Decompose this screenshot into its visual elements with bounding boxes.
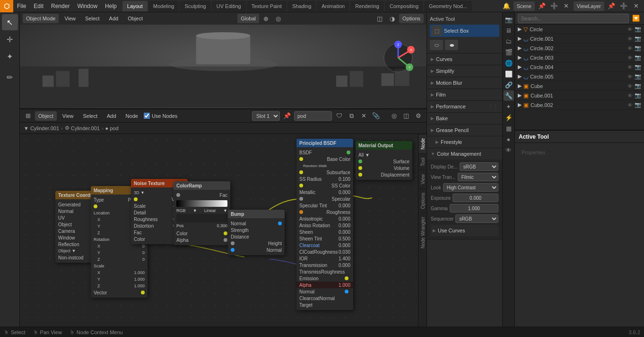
viewport-select-menu[interactable]: Select xyxy=(81,14,104,23)
outliner-eye-circle004[interactable]: 👁 xyxy=(627,64,633,70)
props-icon-material[interactable]: ● xyxy=(504,134,514,144)
pin2-icon[interactable]: 📎 xyxy=(371,111,381,121)
outliner-render-circle004[interactable]: 📷 xyxy=(635,64,641,70)
tab-geometry-nodes[interactable]: Geometry Nod... xyxy=(424,1,472,11)
props-icon-object[interactable]: ⬜ xyxy=(504,69,514,79)
view-layer-del-icon[interactable]: ✕ xyxy=(631,1,641,11)
pin-icon[interactable]: 📌 xyxy=(282,111,292,121)
close-material-icon[interactable]: ✕ xyxy=(358,111,369,121)
shield-icon[interactable]: 🛡 xyxy=(334,111,344,121)
node-overlays-icon[interactable]: ◫ xyxy=(401,111,411,121)
viewport-view-menu[interactable]: View xyxy=(61,14,79,23)
outliner-eye-circle001[interactable]: 👁 xyxy=(627,36,633,42)
menu-window[interactable]: Window xyxy=(73,0,101,12)
node-editor-canvas[interactable]: Texture Coordinate Generated Normal UV O… xyxy=(20,134,418,327)
transform-selector[interactable]: Global xyxy=(237,14,259,23)
props-icon-render[interactable]: 📷 xyxy=(504,14,514,25)
viewport-gizmo[interactable]: Z X Y xyxy=(379,39,417,77)
material-name-input[interactable] xyxy=(294,111,332,121)
copy-icon[interactable]: ⧉ xyxy=(346,111,357,121)
outliner-render-circle005[interactable]: 📷 xyxy=(635,73,641,80)
select-tool[interactable]: ↖ xyxy=(2,14,18,30)
scene-selector[interactable]: Scene xyxy=(513,1,535,11)
viewport-object-menu[interactable]: Object xyxy=(124,14,147,23)
node-type-selector[interactable]: Object xyxy=(35,111,57,121)
section-curves-header[interactable]: ▶ Curves xyxy=(427,53,502,65)
tab-sculpting[interactable]: Sculpting xyxy=(180,1,210,11)
section-grease-pencil-header[interactable]: ▶ Grease Pencil xyxy=(427,124,502,136)
tab-layout[interactable]: Layout xyxy=(122,1,148,11)
overlays-icon[interactable]: ◫ xyxy=(374,13,385,24)
view-layer-options-icon[interactable]: 📌 xyxy=(606,1,617,11)
breadcrumb-item-3[interactable]: ● pod xyxy=(105,125,119,131)
props-icon-particles[interactable]: ✦ xyxy=(504,101,514,112)
outliner-render-cube[interactable]: 📷 xyxy=(635,83,641,89)
node-view-menu[interactable]: View xyxy=(59,111,78,121)
tab-rendering[interactable]: Rendering xyxy=(350,1,384,11)
viewport-add-menu[interactable]: Add xyxy=(105,14,122,23)
section-film-header[interactable]: ▶ Film xyxy=(427,89,502,100)
cm-gamma-input[interactable] xyxy=(450,204,498,213)
outliner-eye-cube[interactable]: 👁 xyxy=(627,83,633,89)
outliner-eye-circle003[interactable]: 👁 xyxy=(627,55,633,61)
props-icon-output[interactable]: 🖥 xyxy=(504,25,514,35)
props-icon-modifier[interactable]: 🔧 xyxy=(504,90,514,101)
outliner-eye-circle005[interactable]: 👁 xyxy=(627,74,633,80)
cm-view-transform-select[interactable]: Filmic xyxy=(458,173,498,181)
vtab-options[interactable]: Options xyxy=(418,188,426,213)
menu-edit[interactable]: Edit xyxy=(30,0,47,12)
menu-help[interactable]: Help xyxy=(101,0,121,12)
tab-animation[interactable]: Animation xyxy=(317,1,349,11)
props-icon-visibility[interactable]: 👁 xyxy=(504,145,514,155)
viewport-mode-selector[interactable]: Object Mode xyxy=(23,14,59,23)
node-material-output[interactable]: Material Output All ▼ Surface Volume Dis… xyxy=(356,141,412,180)
outliner-render-circle002[interactable]: 📷 xyxy=(635,45,641,51)
props-icon-physics[interactable]: ⚡ xyxy=(504,112,514,123)
shading-icon[interactable]: ◑ xyxy=(387,13,397,24)
scene-options-icon[interactable]: 📌 xyxy=(537,1,547,11)
menu-file[interactable]: File xyxy=(13,0,30,12)
cm-look-select[interactable]: High Contrast xyxy=(443,183,498,192)
view-layer-add-icon[interactable]: ➕ xyxy=(618,1,629,11)
outliner-render-circle003[interactable]: 📷 xyxy=(635,54,641,61)
tab-compositing[interactable]: Compositing xyxy=(385,1,423,11)
section-simplify-header[interactable]: ▶ Simplify xyxy=(427,65,502,77)
vtab-tool[interactable]: Tool xyxy=(418,153,426,170)
outliner-render-cube001[interactable]: 📷 xyxy=(635,92,641,98)
editor-type-icon[interactable]: ⊞ xyxy=(23,111,33,121)
outliner-render-circle001[interactable]: 📷 xyxy=(635,35,641,42)
props-icon-world[interactable]: 🌐 xyxy=(504,58,514,68)
use-nodes-input[interactable] xyxy=(144,113,150,119)
node-options-icon[interactable]: ⚙ xyxy=(413,111,424,121)
node-select-menu[interactable]: Select xyxy=(79,111,101,121)
section-performance-header[interactable]: ▶ Performance ⋮⋮ xyxy=(427,101,502,112)
select-lasso-btn[interactable]: ⬬ xyxy=(445,40,458,50)
menu-render[interactable]: Render xyxy=(47,0,73,12)
node-bump[interactable]: Bump Normal Strength Distance Height Nor… xyxy=(228,210,285,255)
outliner-item-circle002[interactable]: ▶ ◡ Circle.002 👁 📷 xyxy=(515,44,644,53)
proportional-icon[interactable]: ◎ xyxy=(273,13,284,24)
section-bake-header[interactable]: ▶ Bake xyxy=(427,113,502,124)
select-box-tool-row[interactable]: ⬚ Select Box xyxy=(430,25,499,37)
node-node-menu[interactable]: Node xyxy=(122,111,142,121)
info-icon[interactable]: 🔔 xyxy=(501,1,512,11)
outliner-render-cube002[interactable]: 📷 xyxy=(635,102,641,108)
use-nodes-checkbox[interactable]: Use Nodes xyxy=(144,113,177,119)
view-layer-selector[interactable]: ViewLayer xyxy=(574,1,604,11)
props-icon-data[interactable]: ▦ xyxy=(504,123,514,133)
cm-display-device-select[interactable]: sRGB xyxy=(460,162,498,171)
outliner-filter-icon[interactable]: 🔽 xyxy=(631,13,641,24)
cm-sequencer-select[interactable]: sRGB xyxy=(455,214,498,223)
cursor-tool[interactable]: ✛ xyxy=(2,31,18,47)
breadcrumb-item-1[interactable]: ▼ Cylinder.001 xyxy=(24,125,59,131)
vtab-node[interactable]: Node xyxy=(418,134,426,153)
breadcrumb-item-2[interactable]: ⚙ Cylinder.001 xyxy=(65,125,100,131)
outliner-item-cube001[interactable]: ▶ ▣ Cube.001 👁 📷 xyxy=(515,91,644,100)
options-btn[interactable]: Options xyxy=(399,14,424,23)
outliner-item-circle004[interactable]: ▶ ◡ Circle.004 👁 📷 xyxy=(515,62,644,72)
tab-shading[interactable]: Shading xyxy=(287,1,316,11)
outliner-search-input[interactable] xyxy=(518,14,629,23)
outliner-eye-circle002[interactable]: 👁 xyxy=(627,45,633,51)
vtab-view[interactable]: View xyxy=(418,170,426,188)
outliner-eye-circle[interactable]: 👁 xyxy=(627,27,633,32)
